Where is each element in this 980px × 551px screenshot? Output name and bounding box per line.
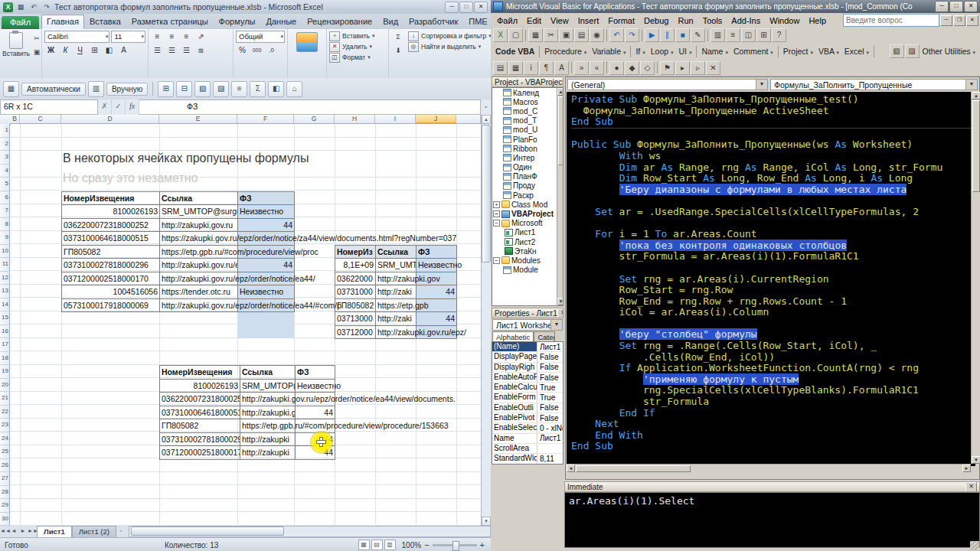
tree-item-Modules[interactable]: −Modules [492,256,563,265]
project-explorer-icon[interactable]: ▥ [710,28,725,42]
cell[interactable]: 03712000 [335,325,376,339]
menu-Tools[interactable]: Tools [698,15,727,27]
tab-Главная[interactable]: Главная [41,15,84,29]
cell[interactable]: http://zakupki [240,432,296,446]
zoom-level[interactable]: 100% [402,541,422,549]
cell[interactable]: http://zakupki.gov.ru [160,218,238,232]
column-header-F[interactable]: F [237,115,294,124]
scroll-thumb[interactable] [558,96,564,165]
codevba-vba-menu[interactable]: VBA ▾ [816,45,841,57]
codevba-variable-menu[interactable]: Variable ▾ [590,45,628,57]
expand-icon[interactable]: + [493,201,500,208]
cells-insert-button[interactable]: +Вставить▾ [329,31,386,41]
help-icon[interactable]: ? [772,28,786,42]
procedure-dropdown[interactable]: Формулы_ЗаПолнить_Пропущенные▼ [770,79,978,90]
zoom-slider-thumb[interactable] [452,541,459,551]
cell[interactable]: 8100026193 [62,205,160,219]
cell[interactable]: 03713000 [335,312,376,326]
tab-Рецензирование[interactable]: Рецензирование [302,15,377,29]
cells-format-button[interactable]: ◫Формат▾ [329,52,386,63]
tree-item-Раскр[interactable]: Раскр [492,191,563,200]
horizontal-scroll-thumb[interactable] [131,527,284,536]
cell[interactable]: 8100026193 [160,379,240,393]
clear-bookmarks-icon[interactable]: ✕ [706,61,720,75]
tree-item-Ribbon[interactable]: Ribbon [492,144,563,153]
menu-Файл[interactable]: Файл [492,15,522,27]
italic-button[interactable]: К [59,44,72,57]
indent-icon[interactable]: » [574,61,589,75]
row-header-11[interactable]: 11 [0,258,10,272]
view-excel-icon[interactable]: X [493,28,508,42]
close-button[interactable]: ✕ [474,2,488,13]
vba-minimize-button[interactable]: ─ [935,1,949,12]
font-size-select[interactable]: 11 [111,31,145,43]
zoom-slider[interactable] [433,544,477,546]
addin-manual-icon[interactable]: ▥ [88,81,104,97]
align-middle-icon[interactable]: ≡ [165,31,178,43]
collapse-icon[interactable]: − [493,210,500,217]
cell[interactable]: 0371200002518000170 [160,446,240,460]
uncomment-block-icon[interactable]: ◇ [640,61,655,75]
cell[interactable]: http://zakupki.gov [376,272,416,285]
insert-userform-icon[interactable]: ▢ [508,28,523,42]
tree-item-Macros[interactable]: Macros [492,97,563,106]
cell[interactable]: 0373100064618000515 [62,232,160,246]
addin-tool-icon-6[interactable]: Σ [250,81,266,97]
menu-Add-Ins[interactable]: Add-Ins [727,15,765,27]
row-header-30[interactable]: 30 [0,513,10,527]
menu-Run[interactable]: Run [673,15,697,27]
scroll-down-icon[interactable]: ▼ [972,456,980,464]
tree-item-Проду[interactable]: Проду [492,181,563,191]
project-scrollbar[interactable]: ▲▼ [557,88,564,305]
scroll-right-icon[interactable]: ► [962,465,971,472]
cell[interactable]: 8,1E+09 [335,259,376,272]
row-header-8[interactable]: 8 [0,218,10,232]
maximize-button[interactable]: □ [459,2,473,13]
tree-item-ПланФ[interactable]: ПланФ [492,172,563,181]
menu-Format[interactable]: Format [603,15,639,27]
cancel-icon[interactable]: ✗ [98,99,112,115]
property-row-EnableCalcu[interactable]: EnableCalcuTrue [492,383,563,393]
property-row-EnablePivot[interactable]: EnablePivotFalse [492,413,563,423]
tree-item-PlanFo[interactable]: PlanFo [492,135,563,144]
collapse-icon[interactable]: − [493,220,500,227]
outdent-icon[interactable]: « [590,61,604,75]
codevba-menu[interactable]: Code VBA [493,45,537,57]
column-header-E[interactable]: E [159,115,237,124]
row-header-7[interactable]: 7 [0,204,10,218]
table-header-cell[interactable]: НомерИзвещения [160,366,240,380]
scroll-thumb[interactable] [972,100,980,192]
autosum-icon[interactable]: Σ [391,31,405,44]
property-row-Name[interactable]: NameЛист1 [492,434,563,444]
child-minimize-icon[interactable]: ─ [940,15,952,26]
fill-icon[interactable]: ⬇ [391,45,405,57]
codevba-name-menu[interactable]: Name ▾ [699,45,730,57]
cell[interactable]: Неизвестно [296,379,335,393]
save-icon[interactable]: ▦ [15,2,26,12]
vertical-scroll-thumb[interactable] [482,125,491,262]
row-header-26[interactable]: 26 [0,459,10,473]
vba-maximize-button[interactable]: □ [949,1,963,12]
scroll-down-icon[interactable]: ▼ [557,298,564,305]
formula-input[interactable]: ФЗ [139,99,481,115]
row-header-18[interactable]: 18 [0,352,10,366]
cells-delete-button[interactable]: ✕Удалить▾ [329,41,386,52]
page-layout-view-icon[interactable]: ▤ [371,540,383,550]
cell[interactable]: 1004516056 [62,285,160,299]
property-row-EnableAutoF[interactable]: EnableAutoFFalse [492,373,563,383]
borders-icon[interactable]: ⊞ [88,44,101,57]
addin-calc-icon[interactable]: ▦ [3,81,19,97]
child-close-icon[interactable]: ✕ [966,15,978,26]
row-header-10[interactable]: 10 [0,245,10,259]
complete-word-icon[interactable]: A [554,61,569,75]
align-right-icon[interactable]: ☰ [180,44,193,57]
cell[interactable]: SRM_UMT [376,259,416,272]
list-constants-icon[interactable]: ▦ [508,61,523,75]
table-header-cell[interactable]: Ссылка [160,191,238,205]
formula-bar-expand-icon[interactable]: ⌄ [481,99,491,115]
tree-item-Module[interactable]: Module [492,266,563,275]
tree-item-Один[interactable]: Один [492,163,563,172]
prev-sheet-icon[interactable]: ◄ [9,526,18,537]
object-dropdown[interactable]: (General)▼ [567,79,768,90]
property-row-EnableSelec[interactable]: EnableSelec0 - xlNoRe [492,423,563,433]
